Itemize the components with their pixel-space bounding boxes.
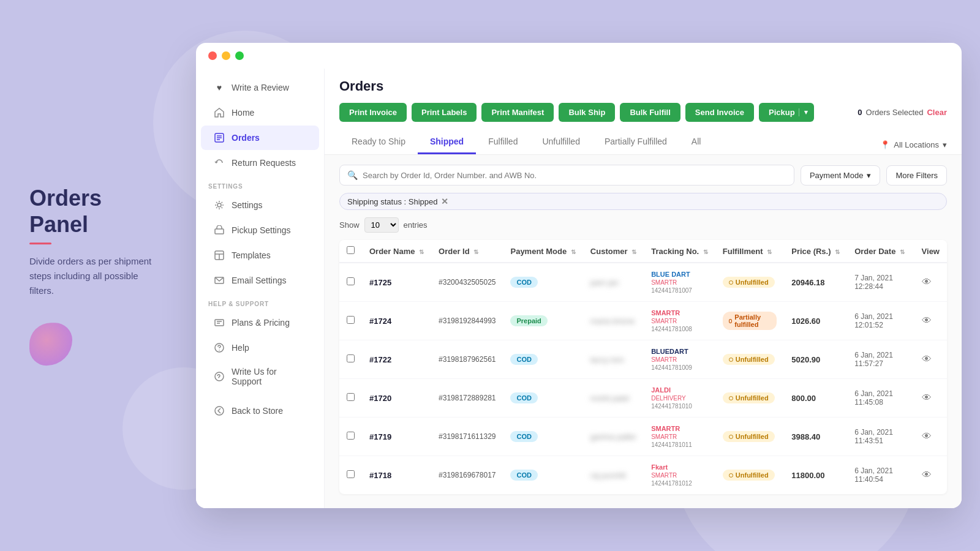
view-order-button[interactable]: 👁 bbox=[922, 392, 932, 403]
sidebar-label-help: Help bbox=[232, 343, 249, 353]
customer-name: mohit patel bbox=[590, 394, 630, 403]
remove-filter-button[interactable]: ✕ bbox=[441, 197, 448, 206]
customer-header[interactable]: Customer ⇅ bbox=[583, 240, 644, 263]
search-bar: 🔍 Payment Mode ▾ More Filters bbox=[339, 165, 947, 186]
sidebar-label-templates: Templates bbox=[232, 250, 271, 260]
support-icon bbox=[213, 370, 225, 383]
row-checkbox[interactable] bbox=[347, 432, 355, 440]
tab-ready-to-ship[interactable]: Ready to Ship bbox=[339, 130, 418, 154]
order-id-header[interactable]: Order Id ⇅ bbox=[431, 240, 503, 263]
locations-dropdown-caret: ▾ bbox=[943, 140, 947, 149]
customer-name: pam jan bbox=[590, 278, 619, 287]
window-maximize-button[interactable] bbox=[235, 51, 244, 60]
price-header[interactable]: Price (Rs.) ⇅ bbox=[784, 240, 847, 263]
print-labels-button[interactable]: Print Labels bbox=[412, 103, 477, 122]
sidebar: ♥ Write a Review Home bbox=[196, 69, 325, 508]
order-name-cell: #1718 bbox=[362, 456, 431, 495]
view-order-button[interactable]: 👁 bbox=[922, 354, 932, 364]
send-invoice-button[interactable]: Send Invoice bbox=[685, 103, 754, 122]
order-date-header[interactable]: Order Date ⇅ bbox=[847, 240, 914, 263]
customer-cell: garima paller bbox=[583, 418, 644, 456]
sidebar-item-write-support[interactable]: Write Us for Support bbox=[201, 361, 319, 392]
tracking-number: 142441781012 bbox=[651, 480, 708, 487]
all-locations-selector[interactable]: 📍 All Locations ▾ bbox=[880, 140, 947, 154]
orders-selected-count: 0 bbox=[858, 108, 862, 117]
tab-unfulfilled[interactable]: Unfulfilled bbox=[530, 130, 592, 154]
view-order-button[interactable]: 👁 bbox=[922, 315, 932, 326]
sidebar-item-settings[interactable]: Settings bbox=[201, 193, 319, 217]
tracking-info: Fkart SMARTR 142441781012 bbox=[651, 463, 708, 487]
sidebar-item-return-requests[interactable]: Return Requests bbox=[201, 151, 319, 175]
customer-name: laccy tom bbox=[590, 355, 624, 364]
order-name-header[interactable]: Order Name ⇅ bbox=[362, 240, 431, 263]
tab-shipped[interactable]: Shipped bbox=[418, 130, 476, 154]
print-invoice-button[interactable]: Print Invoice bbox=[339, 103, 407, 122]
sidebar-item-write-review[interactable]: ♥ Write a Review bbox=[201, 75, 319, 100]
tracking-info: BLUE DART SMARTR 142441781007 bbox=[651, 271, 708, 294]
fulfillment-header[interactable]: Fulfillment ⇅ bbox=[715, 240, 784, 263]
content-header: Orders Print Invoice Print Labels Print … bbox=[325, 69, 962, 155]
order-name-cell: #1725 bbox=[362, 263, 431, 302]
row-checkbox[interactable] bbox=[347, 316, 355, 324]
view-order-button[interactable]: 👁 bbox=[922, 431, 932, 441]
payment-mode-filter-button[interactable]: Payment Mode ▾ bbox=[801, 165, 880, 186]
payment-mode-header[interactable]: Payment Mode ⇅ bbox=[503, 240, 582, 263]
payment-badge: COD bbox=[510, 470, 537, 481]
customer-name: garima paller bbox=[590, 432, 636, 441]
fulfillment-cell: Unfulfilled bbox=[715, 340, 784, 379]
order-date-cell: 6 Jan, 2021 11:45:08 bbox=[847, 379, 914, 418]
row-checkbox[interactable] bbox=[347, 470, 355, 478]
row-checkbox[interactable] bbox=[347, 393, 355, 401]
tracking-no-header[interactable]: Tracking No. ⇅ bbox=[644, 240, 715, 263]
row-checkbox[interactable] bbox=[347, 354, 355, 362]
tracking-info: SMARTR SMARTR 142441781008 bbox=[651, 309, 708, 332]
customer-name: raj purohit bbox=[590, 471, 626, 480]
print-manifest-button[interactable]: Print Manifest bbox=[481, 103, 554, 122]
tab-all[interactable]: All bbox=[679, 130, 714, 154]
view-cell: 👁 bbox=[914, 263, 947, 302]
sidebar-item-home[interactable]: Home bbox=[201, 100, 319, 125]
tracking-number: 142441781011 bbox=[651, 441, 708, 448]
view-order-button[interactable]: 👁 bbox=[922, 277, 932, 287]
fulfillment-dot bbox=[729, 435, 733, 439]
sidebar-item-back-to-store[interactable]: Back to Store bbox=[201, 399, 319, 423]
fulfillment-badge: Unfulfilled bbox=[723, 431, 775, 442]
more-filters-button[interactable]: More Filters bbox=[886, 165, 947, 186]
order-id-cell: #3198169678017 bbox=[431, 456, 503, 495]
row-checkbox[interactable] bbox=[347, 277, 355, 285]
fulfillment-badge: Partially fulfilled bbox=[723, 312, 777, 330]
clear-selection-link[interactable]: Clear bbox=[927, 108, 947, 117]
select-all-checkbox[interactable] bbox=[347, 246, 355, 254]
tab-fulfilled[interactable]: Fulfilled bbox=[476, 130, 530, 154]
sidebar-item-plans-pricing[interactable]: Plans & Pricing bbox=[201, 310, 319, 335]
fulfillment-badge: Unfulfilled bbox=[723, 354, 775, 365]
sidebar-item-orders[interactable]: Orders bbox=[201, 126, 319, 150]
price-sort-icon: ⇅ bbox=[835, 249, 840, 255]
view-cell: 👁 bbox=[914, 418, 947, 456]
window-minimize-button[interactable] bbox=[222, 51, 230, 60]
sidebar-item-help[interactable]: Help bbox=[201, 335, 319, 360]
entries-select[interactable]: 10 25 50 100 bbox=[364, 217, 399, 233]
sidebar-label-settings: Settings bbox=[232, 200, 263, 210]
order-date-cell: 6 Jan, 2021 12:01:52 bbox=[847, 302, 914, 340]
window-close-button[interactable] bbox=[208, 51, 217, 60]
settings-section-label: SETTINGS bbox=[196, 176, 324, 192]
view-order-button[interactable]: 👁 bbox=[922, 470, 932, 480]
pickup-button[interactable]: Pickup ▾ bbox=[759, 103, 814, 122]
sidebar-item-pickup-settings[interactable]: Pickup Settings bbox=[201, 218, 319, 242]
tracking-carrier-2: SMARTR bbox=[651, 472, 708, 479]
price-cell: 800.00 bbox=[784, 379, 847, 418]
svg-rect-5 bbox=[215, 229, 224, 234]
order-date-sort-icon: ⇅ bbox=[900, 249, 905, 255]
payment-badge: COD bbox=[510, 354, 537, 365]
bulk-fulfill-button[interactable]: Bulk Fulfill bbox=[620, 103, 680, 122]
customer-cell: maria brione bbox=[583, 302, 644, 340]
order-id-sort-icon: ⇅ bbox=[473, 249, 478, 255]
sidebar-item-email-settings[interactable]: Email Settings bbox=[201, 268, 319, 293]
sidebar-label-plans-pricing: Plans & Pricing bbox=[232, 318, 290, 328]
bulk-ship-button[interactable]: Bulk Ship bbox=[559, 103, 615, 122]
sidebar-item-templates[interactable]: Templates bbox=[201, 243, 319, 268]
payment-badge: COD bbox=[510, 277, 537, 288]
tab-partially-fulfilled[interactable]: Partially Fulfilled bbox=[592, 130, 679, 154]
search-input[interactable] bbox=[363, 171, 786, 180]
